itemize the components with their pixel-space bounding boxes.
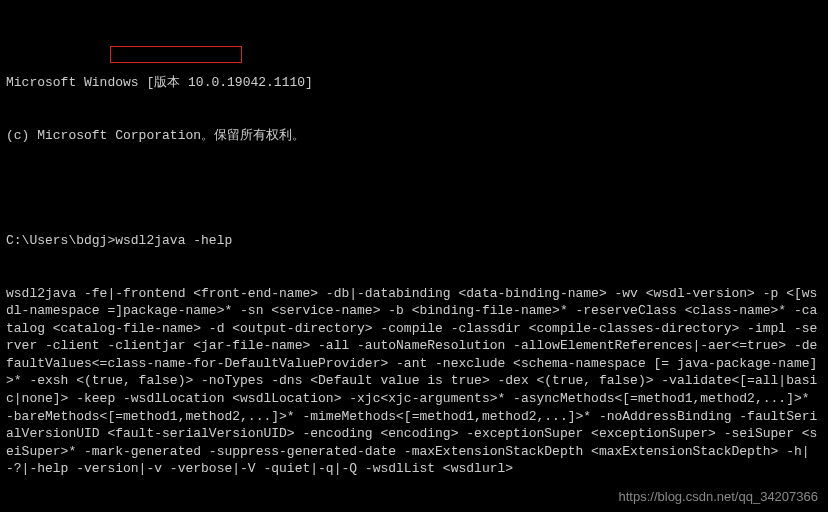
usage-block: wsdl2java -fe|-frontend <front-end-name>… <box>6 285 822 478</box>
prompt-command: wsdl2java -help <box>115 233 232 248</box>
prompt-line: C:\Users\bdgj>wsdl2java -help <box>6 232 822 250</box>
blank-line <box>6 179 822 197</box>
prompt-path: C:\Users\bdgj> <box>6 233 115 248</box>
os-banner-line2: (c) Microsoft Corporation。保留所有权利。 <box>6 127 822 145</box>
os-banner-line1: Microsoft Windows [版本 10.0.19042.1110] <box>6 74 822 92</box>
terminal-output[interactable]: Microsoft Windows [版本 10.0.19042.1110] (… <box>0 0 828 512</box>
command-highlight-box <box>110 46 242 63</box>
